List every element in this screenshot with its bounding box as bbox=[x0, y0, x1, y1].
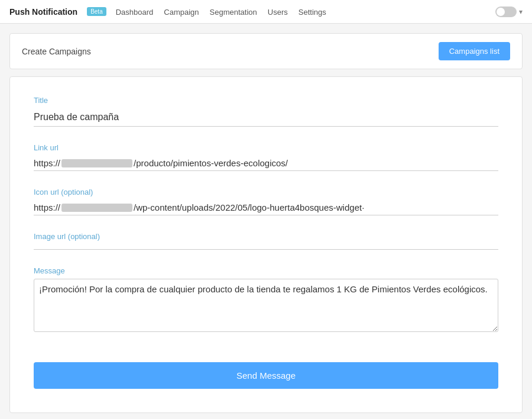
nav-users[interactable]: Users bbox=[268, 8, 288, 17]
icon-url-group: Icon url (optional) https:// /wp-content… bbox=[34, 188, 498, 215]
toggle-switch[interactable] bbox=[495, 7, 517, 17]
title-input[interactable] bbox=[34, 108, 498, 127]
message-group: Message ¡Promoción! Por la compra de cua… bbox=[34, 266, 498, 334]
nav-toggle: ▾ bbox=[495, 7, 523, 17]
message-label: Message bbox=[34, 266, 498, 275]
icon-url-prefix: https:// bbox=[34, 202, 60, 212]
message-input[interactable]: ¡Promoción! Por la compra de cualquier p… bbox=[34, 279, 498, 332]
icon-url-display: https:// /wp-content/uploads/2022/05/log… bbox=[34, 200, 498, 215]
main-content: Create Campaigns Campaigns list Title Li… bbox=[0, 24, 532, 419]
top-nav: Push Notification Beta Dashboard Campaig… bbox=[0, 0, 532, 24]
link-url-redacted bbox=[61, 159, 132, 167]
nav-links: Dashboard Campaign Segmentation Users Se… bbox=[116, 7, 326, 17]
campaigns-list-button[interactable]: Campaigns list bbox=[439, 42, 510, 60]
link-url-group: Link url https:// /producto/pimientos-ve… bbox=[34, 143, 498, 171]
form-card: Title Link url https:// /producto/pimien… bbox=[9, 76, 523, 413]
page-header-card: Create Campaigns Campaigns list bbox=[9, 33, 523, 69]
nav-segmentation[interactable]: Segmentation bbox=[210, 8, 257, 17]
image-url-group: Image url (optional) bbox=[34, 232, 498, 250]
link-url-suffix: /producto/pimientos-verdes-ecologicos/ bbox=[134, 158, 288, 168]
image-url-label: Image url (optional) bbox=[34, 232, 498, 241]
nav-campaign[interactable]: Campaign bbox=[164, 8, 199, 17]
nav-dashboard[interactable]: Dashboard bbox=[116, 8, 154, 17]
title-label: Title bbox=[34, 96, 498, 105]
beta-badge: Beta bbox=[87, 7, 106, 16]
title-group: Title bbox=[34, 96, 498, 127]
icon-url-redacted bbox=[61, 204, 132, 212]
link-url-prefix: https:// bbox=[34, 158, 60, 168]
link-url-label: Link url bbox=[34, 143, 498, 152]
app-brand: Push Notification bbox=[9, 7, 77, 17]
icon-url-label: Icon url (optional) bbox=[34, 188, 498, 196]
page-title: Create Campaigns bbox=[22, 47, 91, 56]
link-url-display: https:// /producto/pimientos-verdes-ecol… bbox=[34, 156, 498, 171]
send-message-button[interactable]: Send Message bbox=[34, 362, 498, 389]
chevron-down-icon: ▾ bbox=[519, 8, 523, 16]
nav-settings[interactable]: Settings bbox=[299, 8, 326, 17]
icon-url-suffix: /wp-content/uploads/2022/05/logo-huerta4… bbox=[134, 202, 364, 212]
